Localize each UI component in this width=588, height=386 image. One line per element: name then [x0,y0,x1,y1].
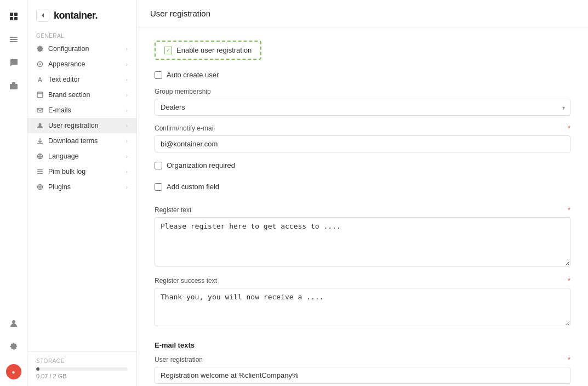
svg-rect-7 [10,84,18,89]
svg-rect-18 [37,169,43,171]
enable-registration-checkbox[interactable]: ✓ [164,47,172,54]
language-label: Language [48,152,79,160]
download-terms-icon [36,137,44,145]
list-nav-icon[interactable] [4,30,24,49]
user-registration-icon [36,122,44,129]
sidebar-item-appearance[interactable]: Appearance › [27,56,136,72]
confirm-email-input[interactable] [155,135,570,152]
storage-bar [36,367,128,371]
sidebar-item-user-registration[interactable]: User registration › [27,118,136,133]
briefcase-nav-icon[interactable] [4,76,24,95]
sidebar-item-text-editor[interactable]: A Text editor › [27,72,136,87]
group-membership-row: Group membership Dealers Admins Editors … [155,88,570,116]
user-registration-email-required: * [568,356,570,364]
sidebar-item-brand-section[interactable]: Brand section › [27,87,136,103]
sidebar-item-emails[interactable]: E-mails › [27,103,136,118]
user-status-icon: ● [6,364,21,379]
language-icon [36,152,44,160]
far-left-bar: ● [0,0,27,386]
download-terms-arrow: › [126,138,128,144]
register-text-label-row: Register text * [155,206,570,214]
user-registration-email-row: User registration * [155,356,570,384]
storage-bar-fill [36,367,39,371]
settings-nav-icon[interactable] [4,337,24,356]
grid-nav-icon[interactable] [4,7,24,26]
svg-rect-6 [10,41,18,42]
svg-rect-2 [10,17,13,20]
enable-registration-label: Enable user registration [176,46,252,54]
auto-create-row: Auto create user [155,71,570,79]
sidebar-header: kontainer. [27,0,136,26]
brand-section-arrow: › [126,92,128,98]
register-text-textarea[interactable]: Please register here to get access to ..… [155,217,570,266]
user-registration-email-input[interactable] [155,367,570,384]
auto-create-label: Auto create user [167,71,219,79]
people-nav-icon[interactable] [4,314,24,333]
sidebar-item-pim-bulk-log[interactable]: Pim bulk log › [27,164,136,179]
register-success-row: Register success text * Thank you, you w… [155,277,570,328]
main-content: User registration ✓ Enable user registra… [137,0,588,386]
enable-checkbox-check: ✓ [166,47,170,53]
register-success-required: * [568,277,570,285]
pim-bulk-log-icon [36,168,44,175]
register-text-required: * [568,206,570,214]
download-terms-label: Download terms [48,137,98,145]
user-registration-arrow: › [126,123,128,129]
enable-registration-toggle[interactable]: ✓ Enable user registration [155,41,261,60]
configuration-label: Configuration [48,45,89,53]
register-success-label: Register success text [155,277,217,285]
svg-rect-13 [37,92,43,98]
svg-rect-3 [14,17,18,20]
sidebar-item-plugins[interactable]: Plugins › [27,179,136,195]
language-arrow: › [126,154,128,160]
svg-rect-19 [37,171,43,172]
register-text-label: Register text [155,206,191,214]
emails-icon [36,106,44,114]
svg-point-12 [39,64,41,65]
storage-label: STORAGE [36,358,128,364]
sidebar: kontainer. GENERAL Configuration › Appea… [27,0,137,386]
register-text-row: Register text * Please register here to … [155,206,570,268]
register-success-label-row: Register success text * [155,277,570,285]
organization-required-row: Organization required [155,161,570,169]
user-registration-label: User registration [48,122,99,129]
sidebar-back-button[interactable] [36,9,49,22]
appearance-arrow: › [126,61,128,67]
confirm-email-label-row: Confirm/notify e-mail * [155,124,570,132]
auto-create-checkbox[interactable] [155,71,162,79]
page-title: User registration [137,0,588,27]
brand-section-label: Brand section [48,91,90,99]
chat-nav-icon[interactable] [4,53,24,72]
svg-rect-4 [10,37,18,38]
text-editor-label: Text editor [48,76,80,83]
storage-section: STORAGE 0.07 / 2 GB [27,351,136,386]
svg-rect-20 [37,173,43,174]
main-body: ✓ Enable user registration Auto create u… [137,27,588,386]
email-texts-title: E-mail texts [155,341,570,349]
svg-rect-5 [10,39,18,40]
configuration-icon [36,45,44,53]
plugins-arrow: › [126,184,128,190]
emails-label: E-mails [48,106,71,114]
register-success-textarea[interactable]: Thank you, you will now receive a .... [155,288,570,326]
confirm-email-label: Confirm/notify e-mail [155,124,215,132]
user-registration-email-label-row: User registration * [155,356,570,364]
text-editor-arrow: › [126,77,128,83]
group-membership-select[interactable]: Dealers Admins Editors Viewers [155,99,570,116]
add-custom-field-row: Add custom field [155,183,570,191]
confirm-email-row: Confirm/notify e-mail * [155,124,570,152]
storage-value: 0.07 / 2 GB [36,373,128,379]
brand-section-icon [36,91,44,99]
organization-required-checkbox[interactable] [155,162,162,169]
appearance-icon [36,60,44,68]
app-logo: kontainer. [54,10,98,21]
sidebar-item-configuration[interactable]: Configuration › [27,41,136,56]
plugins-label: Plugins [48,183,71,191]
svg-point-16 [39,123,42,126]
emails-arrow: › [126,107,128,113]
general-section-label: GENERAL [27,26,136,41]
group-membership-label: Group membership [155,88,570,95]
sidebar-item-language[interactable]: Language › [27,149,136,164]
add-custom-field-checkbox[interactable] [155,183,162,191]
sidebar-item-download-terms[interactable]: Download terms › [27,133,136,149]
